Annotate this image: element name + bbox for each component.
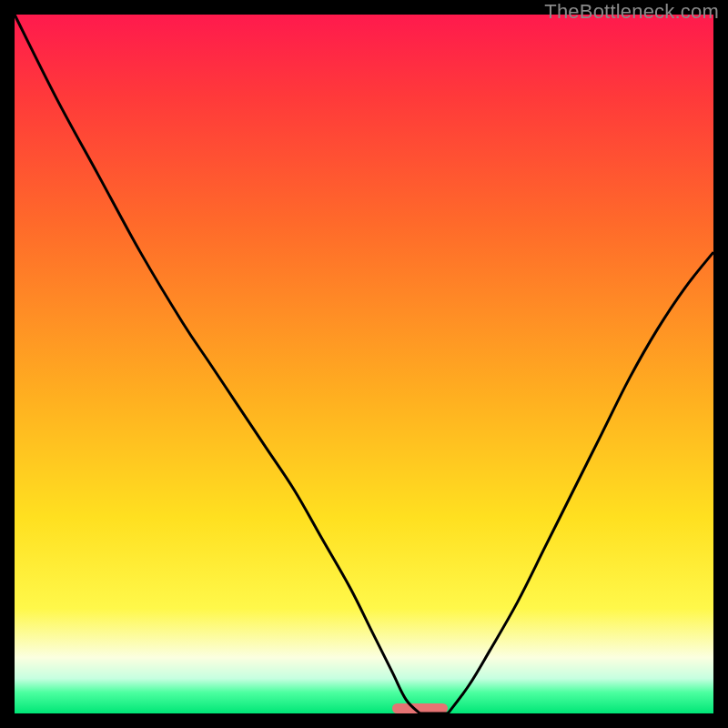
plot-area	[15, 15, 713, 713]
watermark-text: TheBottleneck.com	[544, 0, 719, 24]
curve-right-branch	[448, 252, 713, 713]
curve-svg	[15, 15, 713, 713]
curve-left-branch	[15, 15, 420, 713]
chart-frame	[15, 15, 713, 713]
